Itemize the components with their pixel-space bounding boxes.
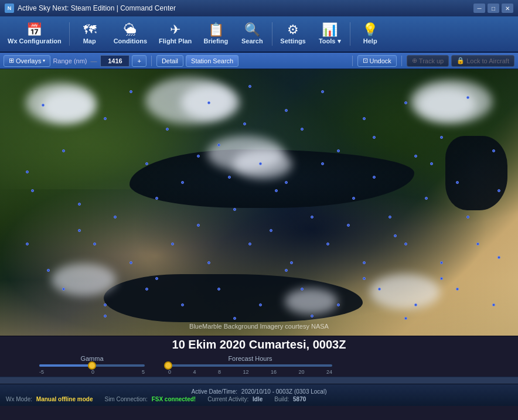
wx-config-label: Wx Configuration	[8, 37, 62, 45]
lock-icon: 🔒	[456, 57, 465, 64]
station-dot	[104, 315, 107, 317]
gamma-tick-max: 5	[142, 369, 145, 375]
toolbar-map[interactable]: 🗺 Map	[72, 18, 107, 50]
forecast-tick-16: 16	[271, 369, 277, 375]
toolbar-help[interactable]: 💡 Help	[353, 18, 388, 50]
station-dot	[466, 216, 469, 218]
horizontal-scrollbar[interactable]	[0, 377, 518, 384]
station-dot	[26, 243, 29, 245]
help-label: Help	[363, 37, 377, 45]
forecast-tick-20: 20	[298, 369, 304, 375]
station-search-button[interactable]: Station Search	[186, 55, 238, 67]
wx-mode-item: Wx Mode: Manual offline mode	[6, 396, 93, 402]
minimize-button[interactable]: ─	[473, 4, 485, 13]
station-dot	[492, 149, 495, 152]
station-dot	[363, 277, 366, 280]
station-dot	[233, 317, 236, 320]
lock-aircraft-button: 🔒 Lock to Aircraft	[451, 55, 514, 67]
toolbar-separator-1	[69, 22, 70, 46]
lock-label: Lock to Aircraft	[466, 57, 509, 64]
sub-divider-1	[151, 56, 152, 66]
station-dot	[104, 117, 107, 120]
station-dot	[497, 189, 500, 192]
app-icon: N	[5, 4, 14, 13]
main-toolbar: 📅 Wx Configuration 🗺 Map 🌦 Conditions ✈ …	[0, 16, 518, 53]
station-dot	[404, 101, 407, 104]
map-area[interactable]: BlueMarble Background Imagery courtesy N…	[0, 69, 518, 336]
sub-divider-2	[352, 56, 353, 66]
app-title: Active Sky Next: Steam Edition | Command…	[18, 4, 473, 12]
station-dot	[145, 288, 148, 291]
flightplan-label: Flight Plan	[159, 37, 192, 45]
station-dot	[394, 234, 397, 237]
toolbar-conditions[interactable]: 🌦 Conditions	[108, 18, 152, 50]
toolbar-settings[interactable]: ⚙ Settings	[275, 18, 311, 50]
station-dot	[47, 269, 50, 272]
build-item: Build: 5870	[274, 396, 306, 402]
station-dot	[337, 149, 340, 152]
plus-icon: +	[137, 57, 141, 64]
range-plus-button[interactable]: +	[132, 55, 146, 67]
wx-mode-value: Manual offline mode	[36, 396, 93, 402]
sub-divider-3	[401, 56, 402, 66]
range-dash: —	[90, 57, 97, 64]
station-dot	[130, 261, 132, 264]
overlays-layer-icon: ⊞	[9, 57, 14, 64]
tools-label: Tools ▾	[319, 37, 341, 45]
forecast-tick-4: 4	[193, 369, 196, 375]
track-up-button: ⊕ Track up	[407, 55, 449, 67]
station-dot	[42, 104, 45, 107]
station-dot	[414, 155, 417, 158]
close-button[interactable]: ✕	[502, 4, 513, 13]
station-dot	[456, 288, 459, 291]
toolbar-briefing[interactable]: 📋 Briefing	[198, 18, 233, 50]
station-dot	[233, 208, 236, 211]
station-dot	[363, 261, 366, 264]
range-input[interactable]	[100, 55, 130, 67]
track-up-label: Track up	[419, 57, 444, 64]
toolbar-wx-config[interactable]: 📅 Wx Configuration	[2, 18, 67, 50]
overlays-button[interactable]: ⊞ Overlays ▾	[4, 55, 50, 67]
toolbar-separator-2	[272, 22, 272, 46]
help-icon: 💡	[362, 23, 378, 36]
station-dot	[430, 162, 433, 165]
gamma-track[interactable]	[39, 364, 145, 367]
forecast-tick-8: 8	[218, 369, 221, 375]
station-dot	[466, 96, 469, 99]
toolbar-tools[interactable]: 📊 Tools ▾	[312, 18, 347, 50]
undock-icon: ⊡	[363, 57, 368, 64]
toolbar-flight-plan[interactable]: ✈ Flight Plan	[154, 18, 197, 50]
station-dot	[275, 189, 278, 192]
undock-button[interactable]: ⊡ Undock	[357, 55, 397, 67]
range-label: Range (nm)	[53, 57, 87, 64]
status-bottom-line: Wx Mode: Manual offline mode Sim Connect…	[6, 396, 512, 402]
station-dot	[207, 101, 210, 104]
maximize-button[interactable]: □	[488, 4, 499, 13]
settings-label: Settings	[280, 37, 305, 45]
title-bar: N Active Sky Next: Steam Edition | Comma…	[0, 0, 518, 16]
conditions-icon: 🌦	[124, 23, 137, 36]
station-dot	[363, 117, 366, 120]
undock-label: Undock	[370, 57, 391, 64]
overlays-dropdown-icon: ▾	[43, 58, 45, 63]
station-dot	[166, 128, 169, 131]
forecast-track[interactable]	[168, 364, 332, 367]
current-activity-label: Current Activity:	[207, 396, 248, 402]
sim-connection-label: Sim Connection:	[104, 396, 147, 402]
search-icon: 🔍	[244, 23, 260, 36]
gamma-tick-min: -5	[39, 369, 44, 375]
search-label: Search	[241, 37, 263, 45]
wx-mode-label: Wx Mode:	[6, 396, 32, 402]
sub-toolbar: ⊞ Overlays ▾ Range (nm) — + Detail Stati…	[0, 53, 518, 69]
station-dot	[171, 243, 174, 245]
forecast-tick-0: 0	[168, 369, 171, 375]
forecast-thumb[interactable]	[164, 361, 172, 370]
station-dot	[290, 261, 293, 264]
gamma-thumb[interactable]	[88, 361, 96, 370]
current-activity-item: Current Activity: Idle	[207, 396, 263, 402]
forecast-tick-24: 24	[326, 369, 332, 375]
detail-button[interactable]: Detail	[156, 55, 183, 67]
toolbar-search[interactable]: 🔍 Search	[234, 18, 270, 50]
window-controls: ─ □ ✕	[473, 4, 513, 13]
forecast-track-row	[168, 364, 332, 367]
